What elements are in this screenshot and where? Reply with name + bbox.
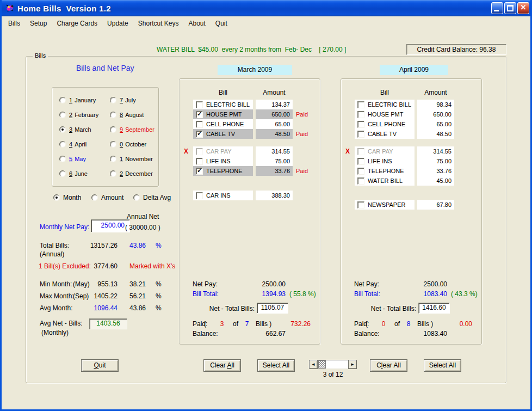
bill-row-car-pay[interactable]: CAR PAY <box>355 146 415 156</box>
month-option-january[interactable]: 1January <box>59 97 96 103</box>
scrollbar-thumb[interactable] <box>318 360 326 369</box>
month-option-november[interactable]: 1November <box>110 156 153 162</box>
total-bills-label: Total Bills: <box>40 242 69 249</box>
scrollbar-track[interactable] <box>318 360 348 369</box>
total-bills-pct-sign: % <box>156 242 162 249</box>
avg-month-value: 1096.44 <box>85 304 117 312</box>
bill-checkbox-life-ins[interactable] <box>357 158 364 165</box>
month-radio-august[interactable] <box>110 112 116 118</box>
bill-row-life-ins[interactable]: LIFE INS <box>193 156 253 166</box>
select-all-button-march[interactable]: Select All <box>257 359 295 372</box>
month-option-september[interactable]: 9September <box>110 126 154 133</box>
bill-amount-newspaper: 67.80 <box>417 200 454 210</box>
bill-row-electric-bill[interactable]: ELECTRIC BILL <box>193 100 253 109</box>
month-radio-october[interactable] <box>110 141 116 148</box>
bill-name-label: TELEPHONE <box>206 168 243 174</box>
clear-all-button-march[interactable]: Clear All <box>203 359 241 372</box>
bill-row-electric-bill[interactable]: ELECTRIC BILL <box>355 100 415 109</box>
bill-row-telephone[interactable]: TELEPHONE <box>355 166 415 176</box>
title-bar[interactable]: Home Bills Version 1.2 ✕ <box>0 0 532 16</box>
month-radio-april[interactable] <box>59 141 66 148</box>
bill-row-house-pmt[interactable]: HOUSE PMT <box>355 109 415 119</box>
quit-button[interactable]: Quit <box>81 359 119 372</box>
balance-value: 1083.40 <box>395 330 447 338</box>
monthly-net-pay-input[interactable]: 2500.00 <box>91 219 130 232</box>
scroll-left-button[interactable]: ◄ <box>309 360 318 369</box>
maximize-button[interactable] <box>504 2 516 14</box>
month-radio-september[interactable] <box>110 126 116 133</box>
bill-row-cable-tv[interactable]: ✓CABLE TV <box>193 129 253 139</box>
month-option-july[interactable]: 7July <box>110 97 136 103</box>
bill-checkbox-house-pmt[interactable] <box>357 111 364 118</box>
month-option-february[interactable]: 2February <box>59 112 98 118</box>
month-label: 1January <box>69 97 96 103</box>
bill-checkbox-life-ins[interactable] <box>196 158 203 165</box>
bill-checkbox-newspaper[interactable] <box>357 201 364 208</box>
mode-option-delta-avg[interactable]: Delta Avg <box>133 194 171 201</box>
bill-row-life-ins[interactable]: LIFE INS <box>355 156 415 166</box>
bill-row-cell-phone[interactable]: CELL PHONE <box>355 119 415 129</box>
bill-checkbox-telephone[interactable]: ✓ <box>196 168 203 175</box>
bill-row-car-pay[interactable]: CAR PAY <box>193 146 253 156</box>
bill-checkbox-water-bill[interactable] <box>357 177 364 185</box>
mode-radio-month[interactable] <box>53 194 60 201</box>
mode-radio-amount[interactable] <box>91 194 98 201</box>
month-option-june[interactable]: 6June <box>59 170 88 177</box>
bill-amount-cell-phone: 65.00 <box>256 119 293 129</box>
clear-all-button-april[interactable]: Clear All <box>370 359 407 372</box>
month-option-march[interactable]: 3March <box>59 126 91 133</box>
total-bills-value: 13157.26 <box>78 242 117 249</box>
menu-item-quit[interactable]: Quit <box>211 17 232 29</box>
bill-row-car-ins[interactable]: CAR INS <box>193 191 253 200</box>
month-radio-november[interactable] <box>110 156 116 162</box>
bill-checkbox-house-pmt[interactable]: ✓ <box>196 111 203 118</box>
month-accel-number: 2 <box>69 112 72 118</box>
bill-checkbox-cable-tv[interactable]: ✓ <box>196 131 203 138</box>
paid-count: 0 <box>377 320 390 328</box>
close-button[interactable]: ✕ <box>517 2 529 14</box>
menu-item-update[interactable]: Update <box>102 17 133 29</box>
bill-row-cable-tv[interactable]: CABLE TV <box>355 129 415 139</box>
month-radio-january[interactable] <box>59 97 66 103</box>
bill-name-label: CAR PAY <box>368 148 393 155</box>
menu-item-shortcut-keys[interactable]: Shortcut Keys <box>133 17 184 29</box>
month-radio-july[interactable] <box>110 97 116 103</box>
bill-checkbox-cell-phone[interactable] <box>357 121 364 128</box>
bill-checkbox-cell-phone[interactable] <box>196 121 203 128</box>
month-option-april[interactable]: 4April <box>59 141 86 148</box>
bill-checkbox-telephone[interactable] <box>357 168 364 175</box>
month-radio-march[interactable] <box>59 126 66 133</box>
bill-checkbox-electric-bill[interactable] <box>196 101 203 108</box>
month-radio-december[interactable] <box>110 170 116 177</box>
net-total-bills-label: Net - Total Bills: <box>363 305 416 312</box>
month-option-october[interactable]: 0October <box>110 141 146 148</box>
menu-item-charge-cards[interactable]: Charge Cards <box>52 17 102 29</box>
bill-checkbox-electric-bill[interactable] <box>357 101 364 108</box>
menu-item-setup[interactable]: Setup <box>25 17 52 29</box>
bill-checkbox-car-ins[interactable] <box>196 192 203 199</box>
month-scrollbar[interactable]: ◄ ► <box>309 360 357 369</box>
month-option-december[interactable]: 2December <box>110 170 153 177</box>
scroll-right-button[interactable]: ► <box>348 360 357 369</box>
mode-option-amount[interactable]: Amount <box>91 194 123 201</box>
month-radio-may[interactable] <box>59 156 66 162</box>
month-option-august[interactable]: 8August <box>110 112 144 118</box>
bill-checkbox-cable-tv[interactable] <box>357 131 364 138</box>
bill-row-water-bill[interactable]: WATER BILL <box>355 176 415 186</box>
bill-row-cell-phone[interactable]: CELL PHONE <box>193 119 253 129</box>
month-radio-june[interactable] <box>59 170 66 177</box>
bill-row-house-pmt[interactable]: ✓HOUSE PMT <box>193 109 253 119</box>
select-all-button-april[interactable]: Select All <box>424 359 461 372</box>
bill-row-telephone[interactable]: ✓TELEPHONE <box>193 166 253 176</box>
mode-option-month[interactable]: Month <box>53 194 81 201</box>
bill-checkbox-car-pay[interactable] <box>196 148 203 155</box>
month-option-may[interactable]: 5May <box>59 156 86 162</box>
month-radio-february[interactable] <box>59 112 66 118</box>
mode-radio-delta-avg[interactable] <box>133 194 140 201</box>
bill-row-newspaper[interactable]: NEWSPAPER <box>355 200 415 210</box>
bill-name-label: NEWSPAPER <box>368 201 405 208</box>
menu-item-bills[interactable]: Bills <box>3 17 25 29</box>
minimize-button[interactable] <box>491 2 503 14</box>
bill-checkbox-car-pay[interactable] <box>357 148 364 155</box>
menu-item-about[interactable]: About <box>183 17 210 29</box>
